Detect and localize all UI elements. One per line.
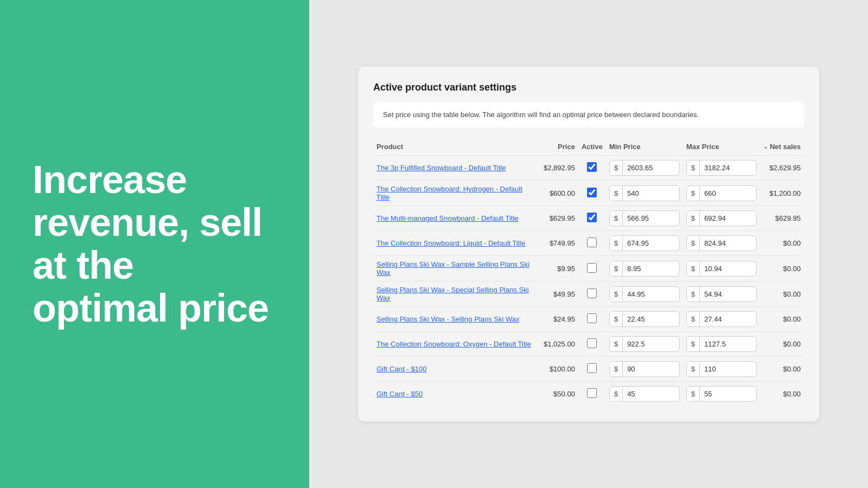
max-currency-symbol: $ <box>687 160 700 175</box>
active-checkbox[interactable] <box>587 363 597 373</box>
max-price-input[interactable] <box>700 312 743 326</box>
min-currency-symbol: $ <box>610 362 623 376</box>
max-price-input[interactable] <box>700 160 743 175</box>
min-currency-symbol: $ <box>610 387 623 401</box>
min-price-cell: $ <box>606 332 683 357</box>
product-link[interactable]: The 3p Fulfilled Snowboard - Default Tit… <box>376 164 506 172</box>
info-box: Set price using the table below. The alg… <box>373 102 804 128</box>
max-price-input-group: $ <box>686 160 757 176</box>
min-currency-symbol: $ <box>610 261 623 276</box>
price-cell: $100.00 <box>540 357 578 382</box>
active-checkbox[interactable] <box>587 237 597 247</box>
active-checkbox[interactable] <box>587 288 597 298</box>
product-link[interactable]: Selling Plans Ski Wax - Selling Plans Sk… <box>376 315 519 323</box>
product-link[interactable]: Gift Card - $50 <box>376 390 423 398</box>
max-currency-symbol: $ <box>687 236 700 251</box>
product-link[interactable]: Selling Plans Ski Wax - Special Selling … <box>376 286 529 302</box>
max-currency-symbol: $ <box>687 186 700 201</box>
min-price-cell: $ <box>606 231 683 256</box>
active-cell <box>578 332 606 357</box>
max-price-input-group: $ <box>686 386 757 402</box>
product-cell: The Collection Snowboard: Oxygen - Defau… <box>373 332 540 357</box>
max-price-input[interactable] <box>700 287 743 301</box>
max-price-cell: $ <box>683 281 760 307</box>
min-price-cell: $ <box>606 256 683 281</box>
min-price-input-group: $ <box>609 235 680 251</box>
min-price-input[interactable] <box>623 211 666 226</box>
min-price-input[interactable] <box>623 236 666 251</box>
active-checkbox[interactable] <box>587 313 597 323</box>
table-row: Selling Plans Ski Wax - Selling Plans Sk… <box>373 307 804 332</box>
active-checkbox[interactable] <box>587 338 597 348</box>
price-cell: $49.95 <box>540 281 578 307</box>
table-row: The Collection Snowboard: Oxygen - Defau… <box>373 332 804 357</box>
min-currency-symbol: $ <box>610 312 623 326</box>
min-price-input-group: $ <box>609 386 680 402</box>
active-cell <box>578 181 606 206</box>
product-table: Product Price Active Min Price Max Price… <box>373 138 804 406</box>
max-price-input[interactable] <box>700 186 743 201</box>
active-cell <box>578 357 606 382</box>
min-price-cell: $ <box>606 357 683 382</box>
product-link[interactable]: Selling Plans Ski Wax - Sample Selling P… <box>376 260 529 277</box>
price-cell: $2,892.95 <box>540 156 578 181</box>
min-currency-symbol: $ <box>610 186 623 201</box>
product-link[interactable]: The Collection Snowboard: Liquid - Defau… <box>376 239 526 247</box>
max-currency-symbol: $ <box>687 312 700 326</box>
min-price-input[interactable] <box>623 312 666 326</box>
left-panel: Increase revenue, sell at the optimal pr… <box>0 0 309 488</box>
col-header-price: Price <box>540 138 578 156</box>
card-title: Active product variant settings <box>373 82 804 93</box>
max-currency-symbol: $ <box>687 211 700 226</box>
product-link[interactable]: Gift Card - $100 <box>376 365 427 373</box>
max-price-input[interactable] <box>700 236 743 251</box>
min-price-input-group: $ <box>609 361 680 377</box>
max-price-cell: $ <box>683 181 760 206</box>
active-checkbox[interactable] <box>587 188 597 197</box>
price-cell: $9.95 <box>540 256 578 281</box>
col-header-active: Active <box>578 138 606 156</box>
min-price-input[interactable] <box>623 287 666 301</box>
max-price-input-group: $ <box>686 235 757 251</box>
active-checkbox[interactable] <box>587 213 597 222</box>
min-price-input-group: $ <box>609 160 680 176</box>
net-sales-cell: $0.00 <box>760 382 804 407</box>
product-cell: The Collection Snowboard: Hydrogen - Def… <box>373 181 540 206</box>
net-sales-cell: $1,200.00 <box>760 181 804 206</box>
active-checkbox[interactable] <box>587 162 597 172</box>
max-price-input-group: $ <box>686 311 757 327</box>
max-price-cell: $ <box>683 382 760 407</box>
net-sales-cell: $2,629.95 <box>760 156 804 181</box>
max-price-input[interactable] <box>700 362 743 376</box>
min-price-input[interactable] <box>623 387 666 401</box>
active-checkbox[interactable] <box>587 263 597 273</box>
product-link[interactable]: The Multi-managed Snowboard - Default Ti… <box>376 214 519 222</box>
min-price-input[interactable] <box>623 186 666 201</box>
min-price-input[interactable] <box>623 337 666 351</box>
max-price-input[interactable] <box>700 261 743 276</box>
max-price-input-group: $ <box>686 361 757 377</box>
product-link[interactable]: The Collection Snowboard: Oxygen - Defau… <box>376 340 531 348</box>
min-currency-symbol: $ <box>610 337 623 351</box>
price-cell: $1,025.00 <box>540 332 578 357</box>
min-price-input[interactable] <box>623 362 666 376</box>
col-header-net-sales: ⌄ Net sales <box>760 138 804 156</box>
max-price-input[interactable] <box>700 211 743 226</box>
table-row: The Multi-managed Snowboard - Default Ti… <box>373 206 804 231</box>
product-cell: Selling Plans Ski Wax - Special Selling … <box>373 281 540 307</box>
net-sales-cell: $0.00 <box>760 231 804 256</box>
net-sales-cell: $0.00 <box>760 357 804 382</box>
min-price-input[interactable] <box>623 261 666 276</box>
active-cell <box>578 256 606 281</box>
max-price-input[interactable] <box>700 387 743 401</box>
min-price-input[interactable] <box>623 160 666 175</box>
max-price-input[interactable] <box>700 337 743 351</box>
net-sales-cell: $0.00 <box>760 307 804 332</box>
net-sales-cell: $0.00 <box>760 281 804 307</box>
product-cell: Gift Card - $50 <box>373 382 540 407</box>
price-cell: $749.95 <box>540 231 578 256</box>
active-checkbox[interactable] <box>587 388 597 398</box>
product-cell: Gift Card - $100 <box>373 357 540 382</box>
product-link[interactable]: The Collection Snowboard: Hydrogen - Def… <box>376 185 522 201</box>
max-price-cell: $ <box>683 156 760 181</box>
